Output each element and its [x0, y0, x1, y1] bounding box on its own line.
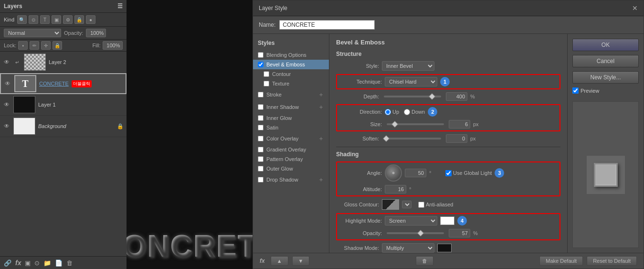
sidebar-item-satin[interactable]: Satin	[253, 123, 329, 132]
move-up-button[interactable]: ▲	[271, 256, 288, 266]
sidebar-item-blending[interactable]: Blending Options	[253, 50, 329, 60]
soften-input[interactable]: 0	[446, 134, 467, 143]
down-radio[interactable]	[404, 109, 410, 115]
contour-checkbox[interactable]	[264, 71, 269, 77]
visibility-icon[interactable]: 👁	[4, 80, 11, 87]
down-radio-label[interactable]: Down	[404, 109, 425, 115]
plus-icon3[interactable]: ＋	[318, 134, 324, 143]
list-item[interactable]: 👁 ↵ Layer 2	[0, 52, 127, 73]
list-item[interactable]: 👁 Layer 1	[0, 94, 127, 116]
lock-check-icon[interactable]: ▪	[18, 41, 28, 50]
lock-move-icon[interactable]: ✛	[41, 41, 51, 50]
name-input[interactable]: CONCRETE	[279, 20, 375, 30]
sidebar-item-inner-glow[interactable]: Inner Glow	[253, 113, 329, 123]
gloss-contour-preview[interactable]	[382, 199, 399, 210]
global-light-label[interactable]: Use Global Light	[445, 170, 492, 176]
adj-filter-icon[interactable]: ⚙	[63, 15, 73, 24]
size-slider[interactable]	[387, 123, 444, 125]
fx-icon[interactable]: fx	[15, 259, 21, 267]
search-icon[interactable]: 🔍	[17, 15, 27, 24]
highlight-color-swatch[interactable]	[440, 216, 454, 225]
highlight-opacity-input[interactable]: 57	[449, 229, 470, 237]
sidebar-item-gradient-overlay[interactable]: Gradient Overlay	[253, 145, 329, 154]
style-select[interactable]: Inner Bevel	[382, 61, 434, 71]
cancel-button[interactable]: Cancel	[572, 55, 639, 67]
lock-filter-icon[interactable]: 🔒	[74, 15, 84, 24]
reset-default-button[interactable]: Reset to Default	[587, 256, 637, 266]
shadow-color-swatch[interactable]	[437, 244, 452, 252]
color-overlay-checkbox[interactable]	[258, 136, 264, 141]
shape-filter-icon[interactable]: ▣	[52, 15, 61, 24]
inner-shadow-checkbox[interactable]	[258, 104, 264, 110]
gradient-overlay-checkbox[interactable]	[258, 147, 264, 152]
visibility-icon[interactable]: 👁	[3, 58, 11, 66]
adjustment-icon[interactable]: ⊙	[34, 259, 40, 267]
new-style-button[interactable]: New Style...	[572, 71, 639, 84]
global-light-checkbox[interactable]	[445, 170, 452, 176]
drop-shadow-checkbox[interactable]	[258, 177, 264, 183]
satin-checkbox[interactable]	[258, 125, 264, 130]
sidebar-item-inner-shadow[interactable]: Inner Shadow ＋	[253, 101, 329, 113]
altitude-input[interactable]: 16	[385, 185, 406, 194]
highlight-mode-select[interactable]: Screen	[385, 216, 437, 226]
anti-aliased-checkbox[interactable]	[418, 202, 424, 208]
visibility-icon[interactable]: 👁	[3, 122, 11, 130]
technique-select[interactable]: Chisel Hard	[385, 77, 437, 86]
soften-slider[interactable]	[384, 138, 441, 140]
sidebar-item-stroke[interactable]: Stroke ＋	[253, 88, 329, 101]
angle-circle[interactable]	[385, 164, 402, 182]
altitude-label: Altitude:	[339, 186, 382, 192]
up-radio-label[interactable]: Up	[385, 109, 399, 115]
plus-icon2[interactable]: ＋	[318, 103, 324, 111]
sidebar-item-color-overlay[interactable]: Color Overlay ＋	[253, 132, 329, 145]
link-icon[interactable]: 🔗	[4, 259, 11, 267]
close-button[interactable]: ✕	[632, 4, 638, 12]
sidebar-item-bevel[interactable]: Bevel & Emboss	[253, 60, 329, 69]
sidebar-item-texture[interactable]: Texture	[253, 79, 329, 88]
move-down-button[interactable]: ▼	[292, 256, 310, 266]
angle-input[interactable]: 50	[405, 169, 426, 177]
folder-icon[interactable]: 📁	[43, 259, 51, 267]
layers-menu-icon[interactable]: ☰	[117, 3, 123, 10]
outer-glow-checkbox[interactable]	[258, 166, 264, 172]
text-filter-icon[interactable]: T	[40, 15, 50, 24]
sidebar-item-contour[interactable]: Contour	[253, 69, 329, 79]
make-default-button[interactable]: Make Default	[539, 256, 583, 266]
up-radio[interactable]	[385, 109, 391, 115]
pattern-overlay-checkbox[interactable]	[258, 156, 264, 162]
list-item[interactable]: 👁 T CONCRETE 더블클릭	[0, 73, 127, 94]
list-item[interactable]: 👁 Background 🔒	[0, 116, 127, 137]
lock-pen-icon[interactable]: ✏	[30, 41, 39, 50]
add-layer-mask-icon[interactable]: ▣	[25, 259, 31, 267]
bevel-checkbox[interactable]	[258, 62, 264, 67]
new-layer-icon[interactable]: 📄	[55, 259, 63, 267]
plus-icon[interactable]: ＋	[318, 90, 324, 99]
plus-icon4[interactable]: ＋	[318, 175, 324, 184]
opacity-input[interactable]: 100%	[86, 29, 106, 37]
anti-aliased-label[interactable]: Anti-aliased	[418, 202, 453, 208]
shadow-mode-select[interactable]: Multiply	[382, 243, 434, 253]
inner-glow-checkbox[interactable]	[258, 115, 264, 121]
depth-slider[interactable]	[384, 96, 441, 97]
depth-input[interactable]: 400	[446, 92, 467, 101]
filter-icon[interactable]: ⊙	[29, 15, 38, 24]
technique-box: Technique: Chisel Hard 1	[336, 74, 560, 89]
delete-layer-icon[interactable]: 🗑	[66, 259, 73, 267]
sidebar-item-outer-glow[interactable]: Outer Glow	[253, 164, 329, 173]
visibility-icon[interactable]: 👁	[3, 101, 11, 108]
blend-mode-select[interactable]: Normal	[4, 29, 61, 37]
fill-input[interactable]: 100%	[103, 41, 123, 50]
dot-filter-icon[interactable]: ●	[86, 15, 95, 24]
sidebar-item-pattern-overlay[interactable]: Pattern Overlay	[253, 154, 329, 164]
stroke-checkbox[interactable]	[258, 92, 264, 97]
blending-checkbox[interactable]	[258, 52, 264, 58]
size-input[interactable]: 6	[449, 120, 470, 129]
preview-checkbox[interactable]	[572, 87, 579, 94]
ok-button[interactable]: OK	[572, 39, 639, 51]
delete-style-button[interactable]: 🗑	[416, 256, 433, 266]
gloss-contour-select[interactable]	[402, 201, 412, 208]
sidebar-item-drop-shadow[interactable]: Drop Shadow ＋	[253, 173, 329, 186]
texture-checkbox[interactable]	[264, 81, 269, 86]
highlight-opacity-slider[interactable]	[387, 232, 444, 234]
lock-all-icon[interactable]: 🔒	[53, 41, 62, 50]
